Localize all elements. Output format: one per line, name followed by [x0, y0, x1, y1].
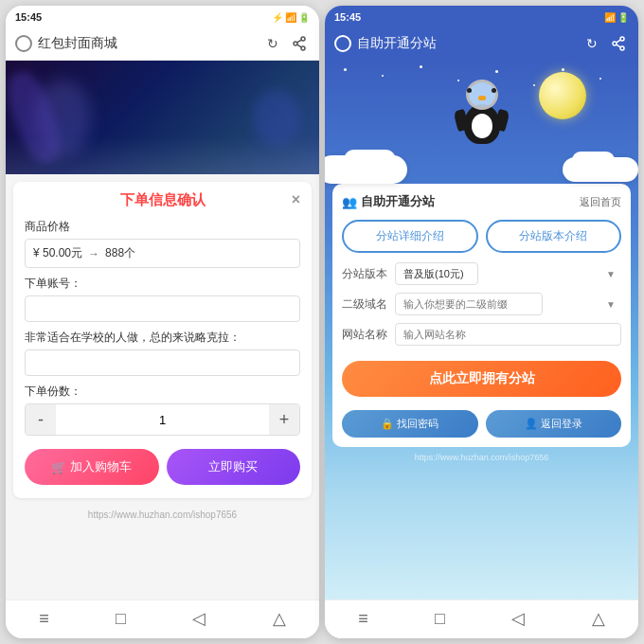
domain-input-wrapper: ▼: [395, 293, 621, 315]
bt-icon: ⚡: [272, 12, 283, 23]
status-bar-right: 15:45 📶 🔋: [325, 6, 638, 27]
action-buttons: 🛒 加入购物车 立即购买: [25, 449, 300, 489]
card-title: 👥 自助开通分站: [342, 193, 435, 210]
status-icons-right: 📶 🔋: [604, 12, 629, 23]
qty-plus-btn[interactable]: +: [269, 404, 299, 435]
watermark-right: https://www.huzhan.com/ishop7656: [325, 447, 638, 464]
nav-bar-right: 自助开通分站 ↻: [325, 27, 638, 61]
battery-icon: 🔋: [298, 12, 310, 23]
svg-point-2: [301, 46, 305, 50]
share-btn-right[interactable]: [608, 33, 629, 54]
svg-line-3: [297, 40, 301, 43]
domain-label: 二级域名: [342, 296, 389, 313]
svg-line-9: [617, 45, 620, 47]
share-btn-left[interactable]: [289, 33, 310, 54]
lock-icon: 🔒: [381, 418, 394, 430]
clouds: [325, 150, 638, 184]
wifi-icon-r: 📶: [604, 12, 616, 23]
nav-app-icon-r[interactable]: △: [584, 606, 613, 631]
sitename-row: 网站名称: [342, 323, 621, 346]
nav-back-icon-r[interactable]: ◁: [504, 606, 532, 631]
version-select-wrapper: 普及版(10元) 高级版(50元) 企业版(100元) ▼: [395, 262, 621, 285]
nav-menu-icon[interactable]: ≡: [31, 607, 57, 631]
intro-btn-row: 分站详细介绍 分站版本介绍: [342, 220, 621, 253]
nav-title-right: 自助开通分站: [357, 35, 576, 52]
version-label: 分站版本: [342, 266, 389, 282]
arrow-icon: →: [88, 247, 99, 260]
nav-home-icon[interactable]: □: [108, 607, 134, 631]
refresh-btn-left[interactable]: ↻: [262, 33, 283, 54]
find-pwd-btn[interactable]: 🔒 找回密码: [342, 410, 478, 438]
account-input[interactable]: [25, 295, 300, 322]
back-home-btn[interactable]: 返回首页: [580, 195, 621, 209]
nav-menu-icon-r[interactable]: ≡: [350, 607, 376, 631]
status-icons-left: ⚡ 📶 🔋: [272, 12, 310, 23]
select-arrow-icon: ▼: [606, 269, 616, 279]
battery-icon-r: 🔋: [617, 12, 629, 23]
svg-line-4: [297, 45, 301, 47]
refresh-btn-right[interactable]: ↻: [581, 33, 602, 54]
svg-point-7: [620, 46, 624, 50]
globe-icon-r: [334, 35, 351, 52]
phone-right: 15:45 📶 🔋 自助开通分站 ↻: [325, 6, 638, 638]
add-to-cart-btn[interactable]: 🛒 加入购物车: [25, 449, 159, 485]
qty-label: 下单份数：: [25, 384, 300, 400]
qty-input[interactable]: 1: [56, 409, 269, 431]
globe-icon: [15, 35, 32, 52]
svg-point-0: [301, 37, 305, 41]
buy-now-btn[interactable]: 立即购买: [167, 449, 301, 485]
bottom-nav-right: ≡ □ ◁ △: [325, 599, 638, 638]
user-icon: 👤: [525, 418, 538, 430]
version-row: 分站版本 普及版(10元) 高级版(50元) 企业版(100元) ▼: [342, 262, 621, 285]
nav-home-icon-r[interactable]: □: [427, 607, 453, 631]
users-icon: 👥: [342, 195, 357, 209]
watermark-left: https://www.huzhan.com/ishop7656: [6, 506, 319, 524]
order-confirm-box: 下单信息确认 × 商品价格 ¥ 50.00元 → 888个 下单账号： 非常适合…: [13, 182, 312, 498]
white-card: 👥 自助开通分站 返回首页 分站详细介绍 分站版本介绍 分站版本 普及版(10元…: [332, 184, 631, 447]
desc-input[interactable]: [25, 349, 300, 376]
back-login-btn[interactable]: 👤 返回登录: [486, 410, 622, 438]
status-bar-left: 15:45 ⚡ 📶 🔋: [6, 6, 319, 27]
time-right: 15:45: [334, 11, 361, 23]
nav-title-left: 红包封面商城: [38, 35, 257, 52]
phone1-content: 下单信息确认 × 商品价格 ¥ 50.00元 → 888个 下单账号： 非常适合…: [6, 61, 319, 599]
sitename-input[interactable]: [395, 323, 621, 346]
auth-btn-row: 🔒 找回密码 👤 返回登录: [342, 410, 621, 438]
cart-icon: 🛒: [51, 460, 66, 474]
phone2-content: 👥 自助开通分站 返回首页 分站详细介绍 分站版本介绍 分站版本 普及版(10元…: [325, 61, 638, 599]
version-select[interactable]: 普及版(10元) 高级版(50元) 企业版(100元): [395, 262, 478, 285]
phone-left: 15:45 ⚡ 📶 🔋 红包封面商城 ↻: [6, 6, 319, 638]
card-header: 👥 自助开通分站 返回首页: [342, 193, 621, 210]
moon-decoration: [539, 72, 586, 119]
price-value: ¥ 50.00元: [33, 245, 82, 261]
desc-label: 非常适合在学校的人做，总的来说略克拉：: [25, 330, 300, 346]
domain-row: 二级域名 ▼: [342, 293, 621, 315]
domain-input[interactable]: [395, 293, 543, 315]
nav-bar-left: 红包封面商城 ↻: [6, 27, 319, 61]
domain-arrow-icon: ▼: [606, 299, 616, 310]
nav-back-icon[interactable]: ◁: [185, 606, 213, 631]
qty-minus-btn[interactable]: -: [26, 404, 56, 435]
hero-image: [6, 61, 319, 174]
time-left: 15:45: [15, 11, 42, 23]
price-label: 商品价格: [25, 219, 300, 235]
account-label: 下单账号：: [25, 276, 300, 292]
version-intro-btn[interactable]: 分站版本介绍: [486, 220, 622, 253]
svg-point-6: [613, 42, 617, 45]
qty-stepper: - 1 +: [25, 403, 300, 436]
svg-point-1: [294, 42, 297, 45]
sitename-label: 网站名称: [342, 327, 389, 343]
wifi-icon: 📶: [285, 12, 296, 23]
create-station-btn[interactable]: 点此立即拥有分站: [342, 361, 621, 397]
order-title: 下单信息确认 ×: [25, 191, 300, 209]
nav-app-icon[interactable]: △: [265, 606, 294, 631]
detail-intro-btn[interactable]: 分站详细介绍: [342, 220, 478, 253]
svg-point-5: [620, 37, 624, 41]
order-close-btn[interactable]: ×: [292, 191, 300, 208]
price-row: ¥ 50.00元 → 888个: [25, 239, 300, 268]
bottom-nav-left: ≡ □ ◁ △: [6, 599, 319, 638]
svg-line-8: [617, 40, 620, 43]
qty-count: 888个: [105, 245, 135, 261]
